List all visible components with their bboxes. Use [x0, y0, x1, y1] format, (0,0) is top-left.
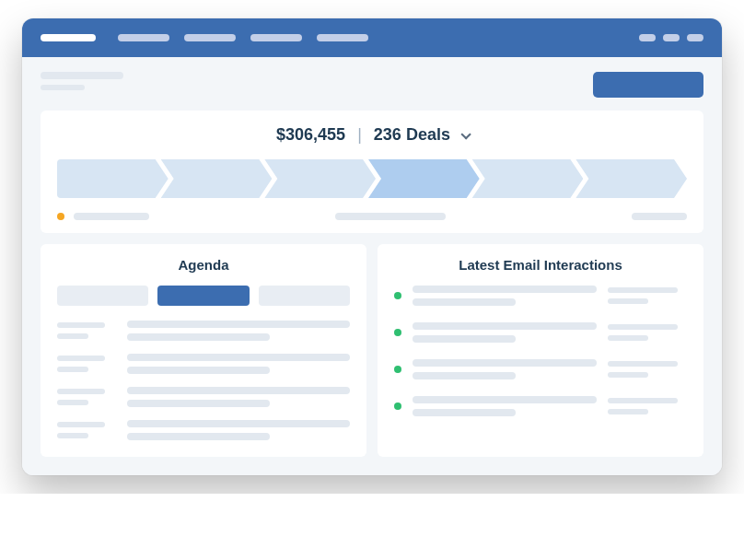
- pipeline-stage[interactable]: [575, 159, 687, 198]
- email-item[interactable]: [394, 359, 687, 379]
- status-dot-icon: [394, 329, 401, 336]
- pipeline-total-value: $306,455: [276, 125, 345, 144]
- titlebar-action-button[interactable]: [687, 34, 703, 41]
- legend-label-placeholder: [632, 213, 687, 220]
- agenda-item[interactable]: [57, 354, 350, 374]
- agenda-tab[interactable]: [157, 286, 249, 306]
- chevron-down-icon: [460, 129, 471, 139]
- agenda-item[interactable]: [57, 321, 350, 341]
- nav-item[interactable]: [250, 34, 302, 41]
- legend-label-placeholder: [335, 213, 446, 220]
- logo[interactable]: [41, 34, 96, 41]
- titlebar-action-button[interactable]: [663, 34, 680, 41]
- pipeline-stage[interactable]: [368, 159, 480, 198]
- status-dot-icon: [394, 366, 401, 373]
- agenda-tab[interactable]: [57, 286, 148, 306]
- pipeline-stages: [57, 159, 687, 198]
- agenda-title: Agenda: [57, 257, 350, 273]
- nav-item[interactable]: [317, 34, 368, 41]
- app-window: $306,455 | 236 Deals: [22, 18, 722, 475]
- breadcrumb-placeholder: [41, 85, 85, 90]
- pipeline-stage[interactable]: [161, 159, 273, 198]
- agenda-panel: Agenda: [41, 244, 366, 457]
- primary-action-button[interactable]: [593, 72, 703, 98]
- pipeline-stage[interactable]: [472, 159, 584, 198]
- breadcrumb: [41, 72, 123, 90]
- content-area: $306,455 | 236 Deals: [22, 57, 722, 475]
- panels-row: Agenda: [41, 244, 703, 457]
- pipeline-legend: [57, 213, 687, 220]
- main-nav: [118, 34, 368, 41]
- email-item[interactable]: [394, 286, 687, 306]
- agenda-item[interactable]: [57, 420, 350, 440]
- agenda-tab[interactable]: [259, 286, 350, 306]
- titlebar: [22, 18, 722, 57]
- breadcrumb-placeholder: [41, 72, 123, 79]
- email-interactions-panel: Latest Email Interactions: [378, 244, 703, 457]
- titlebar-actions: [639, 34, 703, 41]
- status-dot-icon: [394, 402, 401, 410]
- email-panel-title: Latest Email Interactions: [394, 257, 687, 273]
- legend-label-placeholder: [74, 213, 149, 220]
- email-item[interactable]: [394, 322, 687, 343]
- email-item[interactable]: [394, 396, 687, 416]
- pipeline-summary[interactable]: $306,455 | 236 Deals: [57, 125, 687, 145]
- pipeline-stage[interactable]: [264, 159, 376, 198]
- divider: |: [357, 125, 362, 144]
- legend-dot-icon: [57, 213, 64, 220]
- agenda-list: [57, 321, 350, 440]
- pipeline-deal-count: 236 Deals: [374, 125, 450, 144]
- nav-item[interactable]: [118, 34, 169, 41]
- agenda-tabs: [57, 286, 350, 306]
- page-header-row: [41, 72, 703, 98]
- email-list: [394, 286, 687, 416]
- pipeline-stage[interactable]: [57, 159, 169, 198]
- titlebar-action-button[interactable]: [639, 34, 656, 41]
- agenda-item[interactable]: [57, 387, 350, 407]
- status-dot-icon: [394, 292, 401, 299]
- pipeline-card: $306,455 | 236 Deals: [41, 111, 703, 233]
- nav-item[interactable]: [184, 34, 236, 41]
